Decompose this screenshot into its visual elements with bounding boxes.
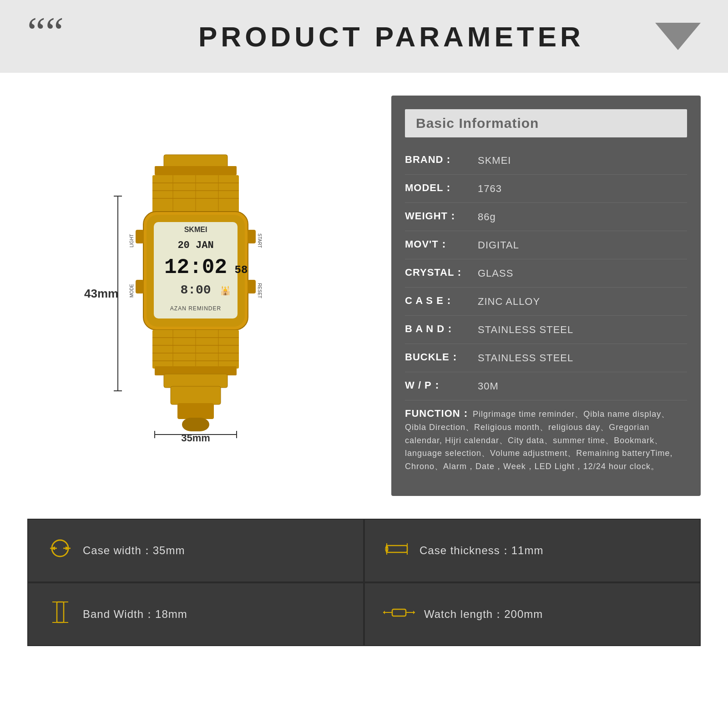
svg-rect-11 (136, 230, 144, 243)
svg-text:20  JAN: 20 JAN (177, 240, 213, 251)
info-row: WEIGHT： 86g (405, 203, 687, 231)
svg-text:8:00: 8:00 (180, 283, 211, 297)
svg-text:RESET: RESET (257, 283, 262, 298)
page-title: PRODUCT PARAMETER (82, 20, 701, 53)
spec-item: Watch length：200mm (364, 582, 701, 646)
svg-rect-1 (155, 166, 237, 175)
svg-rect-36 (164, 374, 228, 388)
info-row: CRYSTAL： GLASS (405, 259, 687, 288)
info-row-value: GLASS (478, 266, 687, 281)
svg-rect-38 (177, 403, 214, 419)
info-title: Basic Information (416, 116, 539, 131)
corner-decoration (655, 23, 701, 50)
info-row-value: DIGITAL (478, 238, 687, 253)
svg-text:12:02: 12:02 (164, 256, 227, 279)
watch-area: 43mm (27, 96, 364, 496)
bottom-specs: Case width：35mm Case thickness：11mm Band… (0, 519, 728, 646)
spec-icon-2 (46, 600, 74, 629)
info-row-label: MOV'T： (405, 238, 478, 251)
height-dimension: 43mm (84, 287, 118, 301)
spec-item: Case thickness：11mm (364, 519, 701, 582)
info-row: BRAND： SKMEI (405, 147, 687, 175)
svg-rect-54 (57, 602, 64, 622)
info-row-label: B A N D： (405, 322, 478, 336)
info-row-value: 86g (478, 209, 687, 224)
info-row-value: 30M (478, 379, 687, 394)
info-row-label: MODEL： (405, 181, 478, 195)
watch-image: LIGHT MODE START RESET SKMEI 20 JAN 12:0… (105, 150, 287, 441)
quote-icon: ““ (27, 11, 64, 52)
svg-text:SKMEI: SKMEI (184, 226, 207, 233)
svg-text:58: 58 (235, 264, 248, 276)
spec-label-3: Watch length：200mm (424, 607, 543, 622)
function-row: FUNCTION： Pilgrimage time reminder、Qibla… (405, 400, 687, 480)
svg-rect-12 (136, 280, 144, 293)
info-row-label: BUCKLE： (405, 350, 478, 364)
svg-marker-61 (413, 611, 415, 614)
info-row-value: STAINLESS STEEL (478, 350, 687, 365)
svg-rect-39 (182, 418, 209, 431)
spec-icon-0 (46, 536, 74, 565)
svg-text:LIGHT: LIGHT (129, 234, 134, 247)
info-row: B A N D： STAINLESS STEEL (405, 316, 687, 344)
info-row-value: STAINLESS STEEL (478, 322, 687, 337)
info-row-label: BRAND： (405, 153, 478, 167)
info-row: W / P： 30M (405, 372, 687, 400)
info-row: MOV'T： DIGITAL (405, 231, 687, 259)
spec-icon-1 (383, 541, 410, 561)
svg-rect-57 (392, 609, 406, 616)
watch-container: 43mm (105, 150, 287, 441)
info-row-value: 1763 (478, 181, 687, 196)
header: ““ PRODUCT PARAMETER (0, 0, 728, 73)
svg-text:🕌: 🕌 (220, 286, 231, 296)
svg-rect-13 (248, 230, 256, 243)
info-row: C A S E： ZINC ALLOY (405, 288, 687, 316)
spec-label-0: Case width：35mm (83, 543, 185, 558)
function-label: FUNCTION： (405, 408, 471, 419)
svg-text:START: START (257, 233, 262, 248)
spec-item: Case width：35mm (27, 519, 364, 582)
info-panel: Basic Information BRAND： SKMEI MODEL： 17… (391, 96, 701, 496)
spec-icon-3 (383, 604, 415, 625)
main-content: 43mm (0, 73, 728, 519)
info-rows: BRAND： SKMEI MODEL： 1763 WEIGHT： 86g MOV… (391, 137, 701, 489)
info-row-value: SKMEI (478, 153, 687, 168)
info-row-label: WEIGHT： (405, 209, 478, 223)
spec-label-1: Case thickness：11mm (420, 543, 543, 558)
info-row-label: C A S E： (405, 294, 478, 308)
info-row-value: ZINC ALLOY (478, 294, 687, 309)
svg-text:MODE: MODE (129, 284, 134, 298)
info-title-bar: Basic Information (405, 109, 687, 137)
spec-item: Band Width：18mm (27, 582, 364, 646)
svg-rect-49 (387, 546, 407, 552)
info-row: MODEL： 1763 (405, 175, 687, 203)
svg-text:AZAN REMINDER: AZAN REMINDER (170, 305, 221, 312)
info-row: BUCKLE： STAINLESS STEEL (405, 344, 687, 372)
svg-text:35mm: 35mm (181, 432, 210, 441)
svg-marker-60 (383, 611, 385, 614)
svg-rect-14 (248, 280, 256, 293)
info-row-label: W / P： (405, 379, 478, 392)
info-row-label: CRYSTAL： (405, 266, 478, 279)
svg-rect-37 (171, 386, 221, 404)
spec-label-2: Band Width：18mm (83, 607, 187, 622)
